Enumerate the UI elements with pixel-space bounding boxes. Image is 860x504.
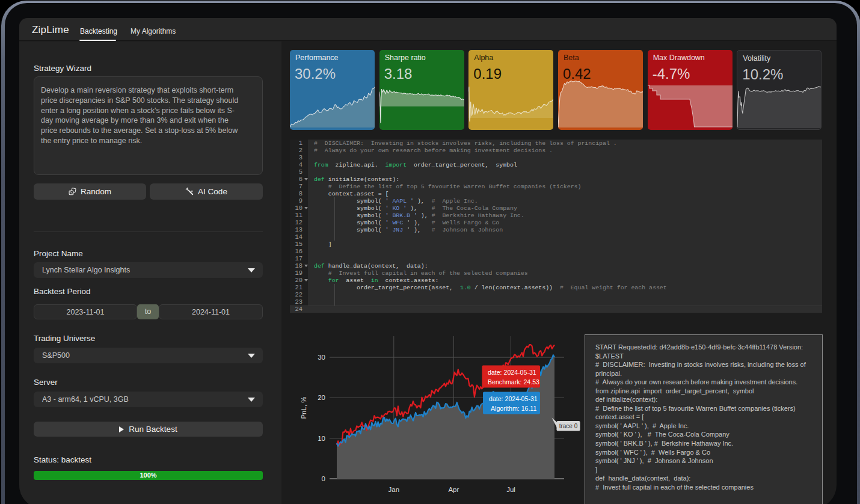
svg-text:PnL, %: PnL, %	[300, 396, 307, 419]
svg-text:Benchmark: 24.53: Benchmark: 24.53	[488, 378, 539, 386]
svg-text:Apr: Apr	[448, 486, 459, 493]
svg-text:trace 0: trace 0	[559, 423, 578, 429]
svg-text:0: 0	[322, 475, 325, 482]
svg-text:20: 20	[318, 394, 325, 401]
svg-text:date: 2024-05-31: date: 2024-05-31	[489, 395, 538, 402]
svg-text:10: 10	[318, 435, 325, 442]
svg-text:Algorithm: 16.11: Algorithm: 16.11	[491, 405, 536, 412]
svg-text:Jul: Jul	[506, 486, 515, 493]
svg-text:Jan: Jan	[389, 486, 400, 493]
svg-text:date: 2024-05-31: date: 2024-05-31	[488, 369, 536, 376]
svg-text:30: 30	[318, 354, 325, 361]
